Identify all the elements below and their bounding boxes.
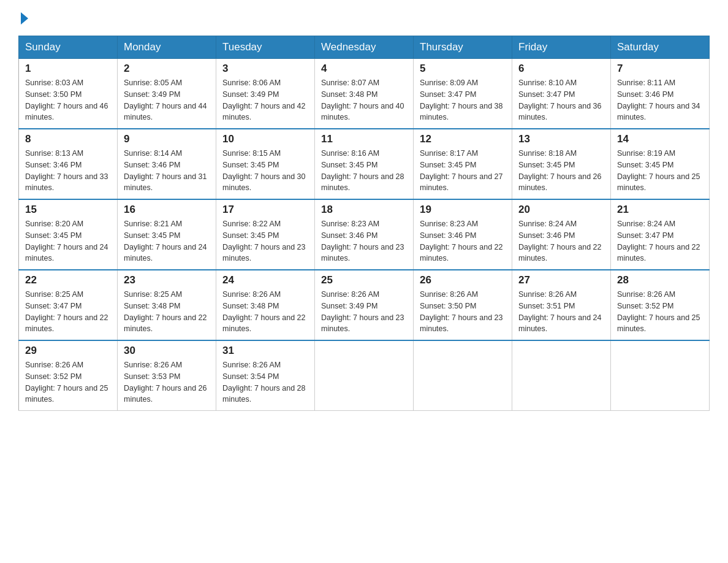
- day-info: Sunrise: 8:26 AMSunset: 3:52 PMDaylight:…: [617, 289, 703, 335]
- day-number: 7: [617, 63, 703, 75]
- calendar-week-5: 29Sunrise: 8:26 AMSunset: 3:52 PMDayligh…: [19, 340, 710, 411]
- page-header: [18, 12, 710, 25]
- calendar-cell: 6Sunrise: 8:10 AMSunset: 3:47 PMDaylight…: [512, 59, 611, 129]
- day-info: Sunrise: 8:07 AMSunset: 3:48 PMDaylight:…: [321, 77, 407, 123]
- day-number: 13: [518, 133, 604, 145]
- logo-arrow-icon: [21, 12, 28, 25]
- calendar-table: SundayMondayTuesdayWednesdayThursdayFrid…: [18, 36, 710, 411]
- day-number: 8: [25, 133, 111, 145]
- calendar-cell: 12Sunrise: 8:17 AMSunset: 3:45 PMDayligh…: [414, 129, 512, 199]
- calendar-cell: 25Sunrise: 8:26 AMSunset: 3:49 PMDayligh…: [315, 270, 414, 340]
- day-number: 2: [124, 63, 210, 75]
- calendar-cell: 30Sunrise: 8:26 AMSunset: 3:53 PMDayligh…: [118, 340, 216, 411]
- day-number: 3: [222, 63, 308, 75]
- calendar-cell: 8Sunrise: 8:13 AMSunset: 3:46 PMDaylight…: [19, 129, 118, 199]
- calendar-week-2: 8Sunrise: 8:13 AMSunset: 3:46 PMDaylight…: [19, 129, 710, 199]
- header-sunday: Sunday: [19, 36, 118, 59]
- day-info: Sunrise: 8:26 AMSunset: 3:53 PMDaylight:…: [124, 359, 210, 405]
- day-number: 16: [124, 204, 210, 216]
- calendar-cell: [414, 340, 512, 411]
- day-info: Sunrise: 8:19 AMSunset: 3:45 PMDaylight:…: [617, 148, 703, 194]
- day-number: 11: [321, 133, 407, 145]
- day-number: 29: [25, 345, 111, 357]
- calendar-cell: 1Sunrise: 8:03 AMSunset: 3:50 PMDaylight…: [19, 59, 118, 129]
- day-number: 14: [617, 133, 703, 145]
- day-number: 30: [124, 345, 210, 357]
- calendar-cell: 10Sunrise: 8:15 AMSunset: 3:45 PMDayligh…: [216, 129, 315, 199]
- header-tuesday: Tuesday: [216, 36, 315, 59]
- calendar-cell: 24Sunrise: 8:26 AMSunset: 3:48 PMDayligh…: [216, 270, 315, 340]
- calendar-cell: 23Sunrise: 8:25 AMSunset: 3:48 PMDayligh…: [118, 270, 216, 340]
- day-number: 21: [617, 204, 703, 216]
- calendar-cell: 17Sunrise: 8:22 AMSunset: 3:45 PMDayligh…: [216, 199, 315, 270]
- day-number: 10: [222, 133, 308, 145]
- calendar-cell: 21Sunrise: 8:24 AMSunset: 3:47 PMDayligh…: [611, 199, 710, 270]
- calendar-cell: 4Sunrise: 8:07 AMSunset: 3:48 PMDaylight…: [315, 59, 414, 129]
- day-number: 17: [222, 204, 308, 216]
- day-number: 6: [518, 63, 604, 75]
- day-info: Sunrise: 8:15 AMSunset: 3:45 PMDaylight:…: [222, 148, 308, 194]
- day-info: Sunrise: 8:26 AMSunset: 3:52 PMDaylight:…: [25, 359, 111, 405]
- calendar-cell: 20Sunrise: 8:24 AMSunset: 3:46 PMDayligh…: [512, 199, 611, 270]
- calendar-cell: 26Sunrise: 8:26 AMSunset: 3:50 PMDayligh…: [414, 270, 512, 340]
- calendar-cell: 18Sunrise: 8:23 AMSunset: 3:46 PMDayligh…: [315, 199, 414, 270]
- calendar-cell: [611, 340, 710, 411]
- day-info: Sunrise: 8:16 AMSunset: 3:45 PMDaylight:…: [321, 148, 407, 194]
- calendar-cell: [315, 340, 414, 411]
- day-number: 26: [420, 274, 506, 286]
- calendar-cell: 13Sunrise: 8:18 AMSunset: 3:45 PMDayligh…: [512, 129, 611, 199]
- calendar-cell: 22Sunrise: 8:25 AMSunset: 3:47 PMDayligh…: [19, 270, 118, 340]
- day-info: Sunrise: 8:25 AMSunset: 3:47 PMDaylight:…: [25, 289, 111, 335]
- calendar-cell: 19Sunrise: 8:23 AMSunset: 3:46 PMDayligh…: [414, 199, 512, 270]
- day-info: Sunrise: 8:22 AMSunset: 3:45 PMDaylight:…: [222, 218, 308, 264]
- day-number: 27: [518, 274, 604, 286]
- calendar-cell: 11Sunrise: 8:16 AMSunset: 3:45 PMDayligh…: [315, 129, 414, 199]
- day-number: 1: [25, 63, 111, 75]
- logo: [18, 12, 28, 25]
- day-number: 18: [321, 204, 407, 216]
- calendar-week-4: 22Sunrise: 8:25 AMSunset: 3:47 PMDayligh…: [19, 270, 710, 340]
- calendar-cell: 16Sunrise: 8:21 AMSunset: 3:45 PMDayligh…: [118, 199, 216, 270]
- day-number: 25: [321, 274, 407, 286]
- day-info: Sunrise: 8:09 AMSunset: 3:47 PMDaylight:…: [420, 77, 506, 123]
- header-wednesday: Wednesday: [315, 36, 414, 59]
- day-number: 12: [420, 133, 506, 145]
- day-info: Sunrise: 8:20 AMSunset: 3:45 PMDaylight:…: [25, 218, 111, 264]
- calendar-week-1: 1Sunrise: 8:03 AMSunset: 3:50 PMDaylight…: [19, 59, 710, 129]
- day-info: Sunrise: 8:10 AMSunset: 3:47 PMDaylight:…: [518, 77, 604, 123]
- header-saturday: Saturday: [611, 36, 710, 59]
- day-info: Sunrise: 8:26 AMSunset: 3:48 PMDaylight:…: [222, 289, 308, 335]
- day-info: Sunrise: 8:05 AMSunset: 3:49 PMDaylight:…: [124, 77, 210, 123]
- day-number: 22: [25, 274, 111, 286]
- header-thursday: Thursday: [414, 36, 512, 59]
- day-info: Sunrise: 8:13 AMSunset: 3:46 PMDaylight:…: [25, 148, 111, 194]
- day-number: 5: [420, 63, 506, 75]
- day-info: Sunrise: 8:26 AMSunset: 3:51 PMDaylight:…: [518, 289, 604, 335]
- day-info: Sunrise: 8:25 AMSunset: 3:48 PMDaylight:…: [124, 289, 210, 335]
- calendar-cell: 14Sunrise: 8:19 AMSunset: 3:45 PMDayligh…: [611, 129, 710, 199]
- day-number: 15: [25, 204, 111, 216]
- calendar-week-3: 15Sunrise: 8:20 AMSunset: 3:45 PMDayligh…: [19, 199, 710, 270]
- day-number: 31: [222, 345, 308, 357]
- header-friday: Friday: [512, 36, 611, 59]
- calendar-cell: 15Sunrise: 8:20 AMSunset: 3:45 PMDayligh…: [19, 199, 118, 270]
- calendar-cell: 2Sunrise: 8:05 AMSunset: 3:49 PMDaylight…: [118, 59, 216, 129]
- calendar-cell: [512, 340, 611, 411]
- day-info: Sunrise: 8:14 AMSunset: 3:46 PMDaylight:…: [124, 148, 210, 194]
- day-number: 19: [420, 204, 506, 216]
- day-info: Sunrise: 8:18 AMSunset: 3:45 PMDaylight:…: [518, 148, 604, 194]
- day-info: Sunrise: 8:06 AMSunset: 3:49 PMDaylight:…: [222, 77, 308, 123]
- day-number: 23: [124, 274, 210, 286]
- day-info: Sunrise: 8:03 AMSunset: 3:50 PMDaylight:…: [25, 77, 111, 123]
- calendar-cell: 7Sunrise: 8:11 AMSunset: 3:46 PMDaylight…: [611, 59, 710, 129]
- calendar-header-row: SundayMondayTuesdayWednesdayThursdayFrid…: [19, 36, 710, 59]
- day-info: Sunrise: 8:21 AMSunset: 3:45 PMDaylight:…: [124, 218, 210, 264]
- day-info: Sunrise: 8:11 AMSunset: 3:46 PMDaylight:…: [617, 77, 703, 123]
- day-info: Sunrise: 8:24 AMSunset: 3:46 PMDaylight:…: [518, 218, 604, 264]
- calendar-cell: 27Sunrise: 8:26 AMSunset: 3:51 PMDayligh…: [512, 270, 611, 340]
- day-info: Sunrise: 8:26 AMSunset: 3:50 PMDaylight:…: [420, 289, 506, 335]
- day-info: Sunrise: 8:24 AMSunset: 3:47 PMDaylight:…: [617, 218, 703, 264]
- calendar-cell: 3Sunrise: 8:06 AMSunset: 3:49 PMDaylight…: [216, 59, 315, 129]
- day-info: Sunrise: 8:23 AMSunset: 3:46 PMDaylight:…: [420, 218, 506, 264]
- day-number: 24: [222, 274, 308, 286]
